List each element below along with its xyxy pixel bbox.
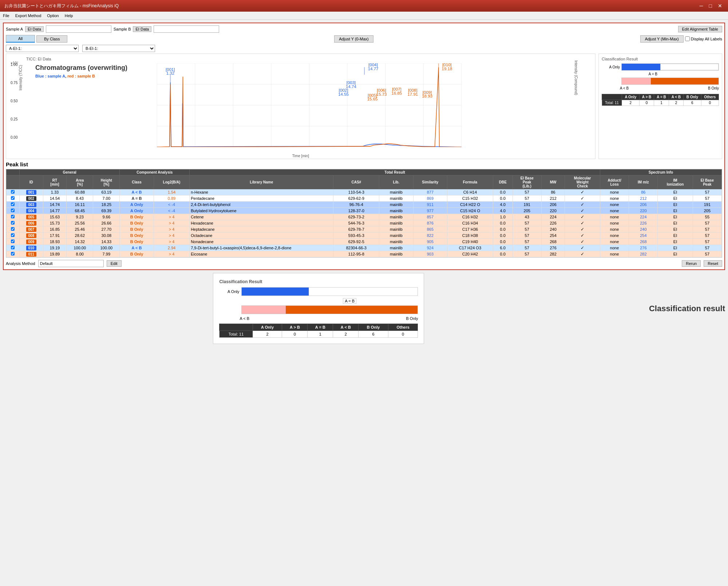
bar-container-a-lt-b	[621, 78, 719, 85]
row-formula: C15 H32	[447, 195, 493, 202]
row-mw-check: ✓	[565, 226, 600, 233]
row-similarity: 911	[413, 202, 447, 208]
row-similarity: 924	[413, 245, 447, 251]
row-checkbox[interactable]	[7, 245, 20, 251]
table-row: 011 19.89 8.00 7.99 B Only > 4 Eicosane …	[7, 251, 722, 257]
rerun-btn[interactable]: Rerun	[682, 260, 701, 267]
row-lib: mainlib	[379, 239, 413, 245]
row-checkbox[interactable]	[7, 233, 20, 239]
edit-alignment-btn[interactable]: Edit Alignment Table	[678, 26, 722, 32]
enlarged-val-b-only: 6	[359, 331, 388, 338]
dropdown-a[interactable]: A-EI-1:	[6, 45, 79, 52]
row-library: Hexadecane	[190, 220, 333, 226]
row-rt: 1.33	[43, 189, 67, 195]
row-ionization: EI	[658, 251, 693, 257]
maximize-btn[interactable]: □	[708, 3, 713, 9]
y-axis-right-label: Intensity (Compound)	[574, 60, 578, 95]
minimize-btn[interactable]: ─	[698, 3, 705, 9]
bottom-row: Analysis Method Default Edit Rerun Reset	[6, 260, 722, 267]
row-library: Heptadecane	[190, 226, 333, 233]
enlarged-th-blank	[219, 324, 253, 331]
by-class-tab-btn[interactable]: By Class	[36, 35, 67, 43]
chart-ticc-title: TICC: EI Data	[26, 57, 592, 61]
menu-help[interactable]: Help	[65, 13, 73, 18]
row-log2: > 4	[154, 226, 189, 233]
chromatogram-container: TICC: EI Data Intensity (TICC) Intensity…	[6, 54, 596, 159]
b-only-axis-label: B Only	[708, 86, 719, 90]
row-height: 9.66	[93, 214, 120, 220]
row-mw: 226	[541, 220, 565, 226]
sample-b-input[interactable]	[154, 25, 219, 33]
enlarged-row: Classification Result A Only A = B	[3, 273, 725, 344]
id-badge: 005	[26, 215, 36, 219]
enlarged-a-only-row: A Only	[219, 287, 418, 296]
row-checkbox[interactable]	[7, 189, 20, 195]
row-class: B Only	[120, 251, 154, 257]
row-ei-base-peak: 57	[693, 233, 721, 239]
window-controls[interactable]: ─ □ ✕	[698, 3, 724, 9]
row-ei-base: 57	[513, 195, 541, 202]
display-labels-checkbox[interactable]	[685, 36, 690, 41]
row-ei-base: 57	[513, 189, 541, 195]
row-ionization: EI	[658, 239, 693, 245]
classification-result-note: Classification result	[649, 304, 725, 313]
row-im-mz: 212	[629, 195, 658, 202]
row-formula: C19 H40	[447, 239, 493, 245]
edit-method-btn[interactable]: Edit	[107, 260, 122, 267]
adjust-y-0max-btn[interactable]: Adjust Y (0-Max)	[334, 35, 373, 43]
row-checkbox[interactable]	[7, 226, 20, 233]
row-rt: 14.77	[43, 208, 67, 214]
row-rt: 19.19	[43, 245, 67, 251]
row-lib: mainlib	[379, 195, 413, 202]
row-checkbox[interactable]	[7, 208, 20, 214]
row-mw-check: ✓	[565, 220, 600, 226]
menu-export-method[interactable]: Export Method	[15, 13, 41, 18]
bar-row-a-lt-b	[602, 78, 719, 85]
dropdown-b[interactable]: B-EI-1:	[82, 45, 155, 52]
row-im-mz: 226	[629, 220, 658, 226]
adjust-y-minmax-btn[interactable]: Adjust Y (Min-Max)	[640, 35, 684, 43]
th-formula: Formula	[447, 175, 493, 189]
analysis-method-input[interactable]: Default	[38, 260, 104, 267]
display-labels-check[interactable]: Display All Labels	[685, 36, 722, 41]
menu-file[interactable]: File	[3, 13, 9, 18]
table-row: 003 14.74 16.11 18.25 A Only < -4 2,4-Di…	[7, 202, 722, 208]
row-checkbox[interactable]	[7, 220, 20, 226]
row-im-mz: 268	[629, 239, 658, 245]
row-im-mz: 220	[629, 208, 658, 214]
reset-btn[interactable]: Reset	[704, 260, 722, 267]
enlarged-th-a-gt-b: A > B	[282, 324, 308, 331]
row-ionization: EI	[658, 226, 693, 233]
classif-th-a-lt-b: A < B	[669, 94, 683, 100]
sample-row: Sample A EI Data Sample B EI Data Edit A…	[6, 25, 722, 33]
row-log2: < -4	[154, 208, 189, 214]
id-badge: 009	[26, 239, 36, 244]
row-cas: 629-92-5	[333, 239, 379, 245]
row-checkbox[interactable]	[7, 214, 20, 220]
row-checkbox[interactable]	[7, 239, 20, 245]
th-mw: MW	[541, 175, 565, 189]
row-checkbox[interactable]	[7, 251, 20, 257]
row-class: A Only	[120, 202, 154, 208]
svg-text:18.93: 18.93	[422, 94, 432, 98]
classif-val-a-lt-b: 2	[669, 100, 683, 106]
classif-val-a-gt-b: 0	[639, 100, 654, 106]
close-btn[interactable]: ✕	[716, 3, 724, 9]
row-rt: 18.93	[43, 239, 67, 245]
row-adduct: none	[600, 245, 629, 251]
sample-a-input[interactable]	[46, 25, 111, 33]
row-checkbox[interactable]	[7, 195, 20, 202]
row-cas: 110-54-3	[333, 189, 379, 195]
row-log2: > 4	[154, 233, 189, 239]
menu-option[interactable]: Option	[47, 13, 59, 18]
row-formula: C16 H34	[447, 220, 493, 226]
classif-th-a-gt-b: A > B	[639, 94, 654, 100]
classif-bars: A Only A = B	[602, 63, 719, 90]
row-ionization: EI	[658, 195, 693, 202]
row-checkbox[interactable]	[7, 202, 20, 208]
row-ionization: EI	[658, 245, 693, 251]
row-dbe: 0.0	[493, 251, 513, 257]
all-tab-btn[interactable]: All	[6, 35, 35, 43]
row-height: 27.70	[93, 226, 120, 233]
row-log2: 1.54	[154, 189, 189, 195]
